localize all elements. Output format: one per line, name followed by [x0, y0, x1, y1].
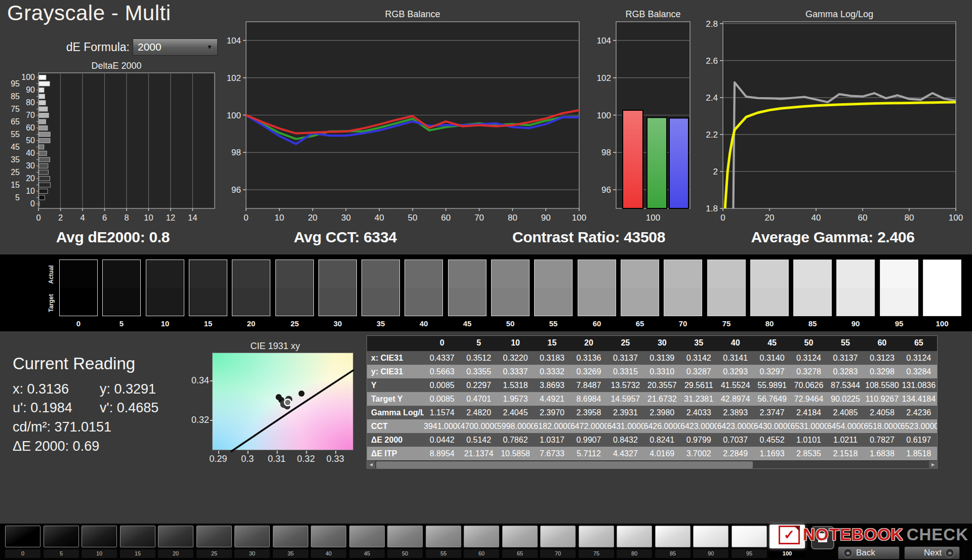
- pattern-patch-label: 35: [273, 549, 308, 558]
- average-gamma-stat: Average Gamma: 2.406: [751, 229, 914, 246]
- scroll-left-icon[interactable]: ◀: [367, 461, 375, 469]
- contrast-ratio-stat: Contrast Ratio: 43508: [512, 229, 665, 246]
- svg-text:100: 100: [597, 111, 611, 120]
- avg-de2000-stat: Avg dE2000: 0.8: [56, 229, 170, 246]
- table-cell: 55.9891: [754, 378, 790, 392]
- table-row-label: y: CIE31: [367, 365, 424, 378]
- svg-text:10: 10: [26, 187, 35, 195]
- ramp-swatch-label: 25: [275, 319, 314, 328]
- table-cell: 14.5957: [607, 392, 643, 406]
- pattern-patch-0[interactable]: [5, 526, 40, 547]
- pattern-patch-70[interactable]: [540, 526, 576, 547]
- table-cell: 0.3283: [827, 365, 864, 378]
- back-button-label: Back: [856, 548, 875, 558]
- table-cell: 2.4033: [680, 406, 717, 419]
- table-cell: 131.0836: [901, 378, 937, 392]
- pattern-patch-50[interactable]: [387, 526, 423, 547]
- table-cell: 2.1518: [827, 447, 864, 460]
- table-cell: 6430.0000: [754, 419, 790, 433]
- cie-x-tick: 0.32: [291, 454, 321, 464]
- table-cell: 42.8974: [717, 392, 753, 406]
- pattern-patch-20[interactable]: [158, 526, 193, 547]
- table-cell: 0.5142: [460, 433, 497, 447]
- pattern-patch-80[interactable]: [617, 526, 652, 547]
- pattern-patch-85[interactable]: [655, 526, 691, 547]
- next-button-label: Next: [924, 548, 942, 558]
- table-cell: 2.4820: [460, 406, 497, 419]
- pattern-patch-35[interactable]: [273, 526, 308, 547]
- ramp-swatch-label: 35: [361, 319, 400, 328]
- table-cell: 87.5344: [827, 378, 864, 392]
- table-cell: 4.0169: [644, 447, 680, 460]
- ramp-swatch: [534, 260, 573, 316]
- svg-text:20: 20: [26, 174, 35, 183]
- table-cell: 0.3139: [644, 351, 680, 365]
- table-cell: 0.5663: [424, 365, 460, 378]
- pattern-patch-5[interactable]: [44, 526, 79, 547]
- table-cell: 0.3183: [534, 351, 570, 365]
- svg-text:RGB Balance: RGB Balance: [385, 9, 440, 19]
- svg-text:2.4: 2.4: [706, 93, 718, 103]
- svg-text:55: 55: [11, 130, 20, 139]
- table-cell: 0.8432: [607, 433, 643, 447]
- table-row: x: CIE310.43370.35120.32200.31830.31360.…: [367, 351, 937, 365]
- svg-text:0: 0: [720, 213, 725, 223]
- svg-text:65: 65: [11, 117, 20, 126]
- table-cell: 2.4184: [790, 406, 827, 419]
- pattern-patch-40[interactable]: [311, 526, 346, 547]
- svg-text:2: 2: [58, 213, 63, 222]
- table-row-label: Target Y: [367, 392, 424, 406]
- table-cell: 2.2849: [717, 447, 753, 460]
- table-cell: 6454.0000: [827, 419, 864, 433]
- reading-u-prime: u': 0.1984: [13, 400, 72, 416]
- table-cell: 1.1574: [424, 406, 460, 419]
- table-cell: 0.7862: [497, 433, 534, 447]
- pattern-patch-65[interactable]: [502, 526, 538, 547]
- pattern-patch-15[interactable]: [120, 526, 155, 547]
- scrollbar-thumb[interactable]: [376, 461, 753, 468]
- table-scrollbar[interactable]: ◀▶: [367, 460, 937, 468]
- table-cell: 0.4552: [754, 433, 790, 447]
- pattern-patch-25[interactable]: [196, 526, 232, 547]
- table-cell: 0.0442: [424, 433, 460, 447]
- svg-text:30: 30: [341, 213, 351, 223]
- pattern-patch-60[interactable]: [464, 526, 499, 547]
- svg-text:0: 0: [244, 213, 248, 223]
- table-cell: 2.3893: [717, 406, 753, 419]
- table-cell: 1.0211: [827, 433, 864, 447]
- ramp-swatch: [146, 260, 184, 316]
- pattern-patch-75[interactable]: [579, 526, 614, 547]
- de-formula-dropdown[interactable]: 2000 ▼: [133, 38, 218, 56]
- pattern-patch-label: 60: [464, 549, 499, 558]
- pattern-patch-label: 45: [349, 549, 385, 558]
- pattern-patch-90[interactable]: [693, 526, 728, 547]
- svg-text:RGB Balance: RGB Balance: [625, 9, 680, 19]
- gamma-loglog-chart: 1.822.22.42.62.8020406080100Gamma Log/Lo…: [704, 4, 972, 229]
- cie-overlay: [213, 353, 354, 451]
- svg-text:60: 60: [26, 123, 35, 132]
- logo-check-text: CHECK: [907, 525, 968, 544]
- table-cell: 6426.0000: [644, 419, 680, 433]
- svg-text:70: 70: [474, 213, 484, 223]
- next-button[interactable]: Next »: [904, 546, 960, 559]
- ramp-swatch: [578, 260, 616, 316]
- pattern-patch-10[interactable]: [82, 526, 117, 547]
- pattern-patch-30[interactable]: [234, 526, 270, 547]
- svg-text:80: 80: [508, 213, 517, 223]
- pattern-patch-label: 30: [234, 549, 270, 558]
- pattern-patch-label: 90: [693, 549, 728, 558]
- table-cell: 0.3220: [497, 351, 534, 365]
- scroll-right-icon[interactable]: ▶: [929, 461, 937, 469]
- ramp-swatch: [404, 260, 443, 316]
- ramp-swatch-label: 0: [59, 319, 98, 328]
- svg-text:100: 100: [21, 73, 35, 81]
- pattern-patch-95[interactable]: [732, 526, 767, 547]
- table-column-header: 35: [680, 336, 717, 350]
- table-cell: 3.7002: [680, 447, 717, 460]
- pattern-patch-55[interactable]: [426, 526, 461, 547]
- ramp-swatch-label: 10: [146, 319, 184, 328]
- back-button[interactable]: « Back: [838, 546, 900, 559]
- table-cell: 1.5318: [497, 378, 534, 392]
- pattern-patch-45[interactable]: [349, 526, 385, 547]
- table-row: Target Y0.00850.47011.95734.49218.698414…: [367, 392, 937, 406]
